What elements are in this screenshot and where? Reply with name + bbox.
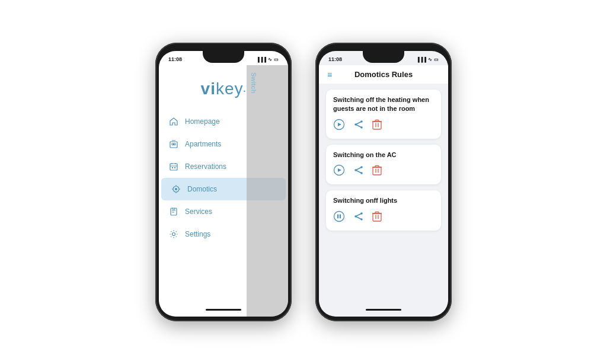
svg-point-25 (360, 212, 363, 215)
svg-point-14 (354, 123, 357, 126)
svg-rect-1 (172, 143, 174, 145)
homepage-label: Homepage (185, 117, 220, 126)
domotics-label: Domotics (187, 185, 217, 193)
svg-point-22 (334, 211, 344, 221)
share-button-3[interactable] (353, 211, 364, 224)
wifi-icon-2: ∿ (428, 57, 432, 62)
settings-label: Settings (185, 230, 210, 238)
rules-list: Switching off the heating when guests ar… (319, 84, 448, 237)
svg-point-20 (354, 169, 357, 171)
settings-icon (168, 229, 179, 240)
svg-point-9 (172, 233, 175, 236)
rule-card-2: Switching on the AC (326, 145, 441, 184)
play-button-1[interactable] (333, 119, 345, 133)
hamburger-icon[interactable]: ≡ (327, 70, 332, 79)
home-icon (168, 116, 179, 127)
svg-rect-2 (174, 143, 176, 145)
phone-1-screen: 11:08 ▐▐▐ ∿ ▭ vikey· Homepage (159, 51, 288, 317)
logo-text: vi (201, 79, 216, 98)
apartments-label: Apartments (185, 140, 221, 148)
svg-point-12 (360, 120, 363, 123)
status-icons-2: ▐▐▐ ∿ ▭ (416, 57, 439, 62)
logo-dot: · (244, 87, 247, 96)
svg-point-7 (175, 188, 177, 190)
wifi-icon: ∿ (268, 57, 272, 62)
time-1: 11:08 (168, 56, 182, 62)
rule-3-title: Switching onff lights (333, 196, 434, 205)
rule-card-3: Switching onff lights (326, 190, 441, 230)
domotics-header: ≡ Domotics Rules (319, 65, 448, 84)
domotics-icon (171, 184, 181, 194)
svg-rect-28 (373, 213, 381, 221)
battery-icon-2: ▭ (434, 57, 439, 62)
logo-text-2: key (216, 79, 244, 98)
rule-3-actions (333, 210, 434, 225)
home-indicator-2 (366, 309, 401, 311)
home-indicator-1 (206, 309, 241, 311)
svg-point-13 (360, 126, 363, 129)
share-button-2[interactable] (353, 165, 364, 178)
play-button-2[interactable] (333, 164, 345, 178)
share-button-1[interactable] (353, 119, 364, 132)
svg-rect-5 (174, 167, 175, 168)
svg-point-26 (360, 218, 363, 221)
phone-2: 11:08 ▐▐▐ ∿ ▭ ≡ Domotics Rules Switching… (315, 43, 452, 321)
notch-2 (363, 51, 404, 63)
svg-marker-11 (338, 123, 341, 126)
notch-1 (203, 51, 244, 63)
svg-rect-21 (373, 167, 381, 175)
pause-button-3[interactable] (333, 210, 345, 225)
phone-2-screen: 11:08 ▐▐▐ ∿ ▭ ≡ Domotics Rules Switching… (319, 51, 448, 317)
rule-2-actions (333, 164, 434, 178)
rule-card-1: Switching off the heating when guests ar… (326, 90, 441, 139)
svg-rect-23 (337, 214, 338, 218)
status-icons-1: ▐▐▐ ∿ ▭ (256, 57, 279, 62)
rule-1-title: Switching off the heating when guests ar… (333, 95, 434, 114)
partial-overlay: Switch (247, 65, 288, 317)
svg-rect-4 (172, 167, 173, 168)
battery-icon: ▭ (274, 57, 279, 62)
reservations-label: Reservations (185, 162, 226, 171)
services-icon (168, 206, 179, 217)
svg-rect-3 (170, 164, 177, 170)
svg-point-27 (354, 215, 357, 218)
services-label: Services (185, 207, 212, 216)
svg-point-18 (360, 166, 363, 168)
phone-1: 11:08 ▐▐▐ ∿ ▭ vikey· Homepage (155, 43, 292, 321)
rule-1-actions (333, 119, 434, 133)
partial-text: Switch (250, 72, 257, 93)
signal-icon: ▐▐▐ (256, 57, 266, 62)
svg-marker-17 (338, 168, 341, 172)
rule-2-title: Switching on the AC (333, 151, 434, 159)
svg-rect-15 (373, 122, 381, 129)
delete-button-1[interactable] (372, 119, 382, 132)
delete-button-2[interactable] (372, 165, 382, 178)
signal-icon-2: ▐▐▐ (416, 57, 426, 62)
svg-point-19 (360, 172, 363, 174)
time-2: 11:08 (328, 56, 342, 62)
delete-button-3[interactable] (372, 211, 382, 224)
domotics-page-title: Domotics Rules (354, 70, 413, 79)
svg-rect-24 (340, 214, 341, 218)
apartments-icon (168, 139, 179, 149)
reservations-icon (168, 161, 179, 172)
